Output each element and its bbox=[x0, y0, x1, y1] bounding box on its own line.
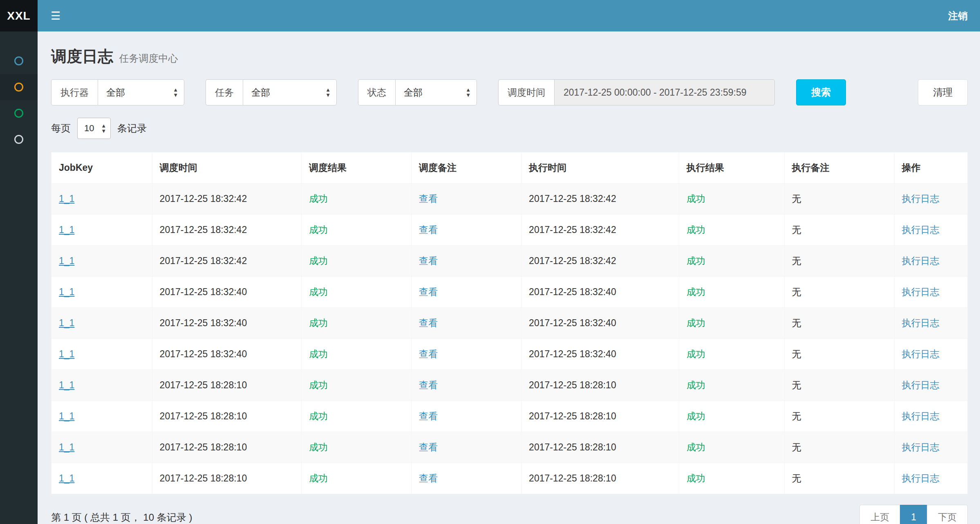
task-select[interactable]: 全部 ▲▼ bbox=[243, 79, 337, 105]
clear-button[interactable]: 清理 bbox=[918, 79, 968, 105]
status-select[interactable]: 全部 ▲▼ bbox=[395, 79, 477, 105]
jobkey-link[interactable]: 1_1 bbox=[59, 224, 74, 235]
prev-page-button[interactable]: 上页 bbox=[859, 505, 900, 524]
col-exec-result[interactable]: 执行结果 bbox=[679, 152, 784, 184]
main-content: 调度日志 任务调度中心 执行器 全部 ▲▼ 任务 全部 ▲▼ 状态 全部 ▲▼ bbox=[38, 31, 980, 524]
sched-remark-link[interactable]: 查看 bbox=[419, 349, 438, 359]
exec-result-text: 成功 bbox=[687, 193, 705, 204]
sched-remark-link[interactable]: 查看 bbox=[419, 255, 438, 266]
exec-log-link[interactable]: 执行日志 bbox=[902, 473, 940, 484]
col-action[interactable]: 操作 bbox=[894, 152, 967, 184]
col-sched-time[interactable]: 调度时间 bbox=[152, 152, 301, 184]
table-row: 1_1 2017-12-25 18:32:42 成功 查看 2017-12-25… bbox=[51, 215, 968, 246]
exec-remark-cell: 无 bbox=[784, 308, 894, 339]
page-size-select[interactable]: 10 ▲▼ bbox=[77, 118, 111, 139]
filter-bar: 执行器 全部 ▲▼ 任务 全部 ▲▼ 状态 全部 ▲▼ 调度时间 2017-12… bbox=[51, 79, 968, 105]
exec-remark-cell: 无 bbox=[784, 277, 894, 308]
sidebar-toggle-icon[interactable]: ☰ bbox=[38, 0, 74, 31]
select-stepper-icon: ▲▼ bbox=[465, 87, 471, 98]
sched-remark-link[interactable]: 查看 bbox=[419, 442, 438, 452]
exec-time-cell: 2017-12-25 18:28:10 bbox=[521, 463, 679, 494]
jobkey-link[interactable]: 1_1 bbox=[59, 287, 74, 297]
sched-result-text: 成功 bbox=[309, 287, 328, 297]
executor-label: 执行器 bbox=[51, 79, 98, 105]
jobkey-link[interactable]: 1_1 bbox=[59, 442, 74, 452]
page-header: 调度日志 任务调度中心 bbox=[51, 46, 968, 67]
log-table-body: 1_1 2017-12-25 18:32:42 成功 查看 2017-12-25… bbox=[51, 184, 968, 494]
select-stepper-icon: ▲▼ bbox=[325, 87, 331, 98]
table-header-row: JobKey 调度时间 调度结果 调度备注 执行时间 执行结果 执行备注 操作 bbox=[51, 152, 968, 184]
col-sched-result[interactable]: 调度结果 bbox=[302, 152, 412, 184]
sched-remark-link[interactable]: 查看 bbox=[419, 224, 438, 235]
jobkey-link[interactable]: 1_1 bbox=[59, 193, 74, 204]
table-row: 1_1 2017-12-25 18:28:10 成功 查看 2017-12-25… bbox=[51, 432, 968, 463]
top-navbar: XXL ☰ 注销 bbox=[0, 0, 980, 31]
jobkey-link[interactable]: 1_1 bbox=[59, 473, 74, 484]
exec-log-link[interactable]: 执行日志 bbox=[902, 255, 940, 266]
exec-log-link[interactable]: 执行日志 bbox=[902, 318, 940, 328]
logout-button[interactable]: 注销 bbox=[936, 0, 980, 31]
jobkey-link[interactable]: 1_1 bbox=[59, 380, 74, 390]
col-jobkey[interactable]: JobKey bbox=[51, 152, 152, 184]
sched-time-cell: 2017-12-25 18:32:42 bbox=[152, 215, 301, 246]
exec-remark-cell: 无 bbox=[784, 370, 894, 401]
exec-log-link[interactable]: 执行日志 bbox=[902, 349, 940, 359]
current-page-button[interactable]: 1 bbox=[900, 505, 927, 524]
sidebar-item-menu-item-2[interactable] bbox=[0, 74, 38, 100]
exec-log-link[interactable]: 执行日志 bbox=[902, 224, 940, 235]
page-subtitle: 任务调度中心 bbox=[119, 53, 178, 64]
exec-log-link[interactable]: 执行日志 bbox=[902, 287, 940, 297]
exec-log-link[interactable]: 执行日志 bbox=[902, 193, 940, 204]
schedule-time-label: 调度时间 bbox=[498, 79, 554, 105]
page-size-value: 10 bbox=[84, 123, 94, 134]
sched-time-cell: 2017-12-25 18:32:42 bbox=[152, 184, 301, 215]
exec-remark-cell: 无 bbox=[784, 463, 894, 494]
sched-result-text: 成功 bbox=[309, 255, 328, 266]
search-button[interactable]: 搜索 bbox=[796, 79, 846, 105]
jobkey-link[interactable]: 1_1 bbox=[59, 255, 74, 266]
exec-time-cell: 2017-12-25 18:28:10 bbox=[521, 370, 679, 401]
sched-time-cell: 2017-12-25 18:28:10 bbox=[152, 463, 301, 494]
exec-remark-cell: 无 bbox=[784, 401, 894, 432]
sched-remark-link[interactable]: 查看 bbox=[419, 380, 438, 390]
sched-remark-link[interactable]: 查看 bbox=[419, 193, 438, 204]
status-select-value: 全部 bbox=[404, 86, 423, 99]
executor-select[interactable]: 全部 ▲▼ bbox=[98, 79, 184, 105]
sidebar-item-menu-item-1[interactable] bbox=[0, 48, 38, 74]
exec-log-link[interactable]: 执行日志 bbox=[902, 442, 940, 452]
exec-time-cell: 2017-12-25 18:28:10 bbox=[521, 432, 679, 463]
jobkey-link[interactable]: 1_1 bbox=[59, 318, 74, 328]
exec-remark-cell: 无 bbox=[784, 246, 894, 277]
log-table: JobKey 调度时间 调度结果 调度备注 执行时间 执行结果 执行备注 操作 … bbox=[51, 152, 968, 494]
sched-remark-link[interactable]: 查看 bbox=[419, 473, 438, 484]
page-size-suffix: 条记录 bbox=[117, 122, 147, 135]
sched-result-text: 成功 bbox=[309, 193, 328, 204]
sidebar-item-menu-item-4[interactable] bbox=[0, 126, 38, 152]
sched-time-cell: 2017-12-25 18:32:40 bbox=[152, 308, 301, 339]
exec-remark-cell: 无 bbox=[784, 184, 894, 215]
sched-remark-link[interactable]: 查看 bbox=[419, 411, 438, 421]
exec-time-cell: 2017-12-25 18:32:40 bbox=[521, 277, 679, 308]
pagination: 上页 1 下页 bbox=[859, 505, 968, 524]
sidebar-item-menu-item-3[interactable] bbox=[0, 100, 38, 126]
exec-time-cell: 2017-12-25 18:32:40 bbox=[521, 339, 679, 370]
app-logo: XXL bbox=[0, 0, 38, 31]
col-exec-remark[interactable]: 执行备注 bbox=[784, 152, 894, 184]
task-filter-group: 任务 全部 ▲▼ bbox=[206, 79, 337, 105]
sched-remark-link[interactable]: 查看 bbox=[419, 287, 438, 297]
table-row: 1_1 2017-12-25 18:32:40 成功 查看 2017-12-25… bbox=[51, 339, 968, 370]
next-page-button[interactable]: 下页 bbox=[927, 505, 968, 524]
sched-result-text: 成功 bbox=[309, 318, 328, 328]
jobkey-link[interactable]: 1_1 bbox=[59, 411, 74, 421]
col-exec-time[interactable]: 执行时间 bbox=[521, 152, 679, 184]
col-sched-remark[interactable]: 调度备注 bbox=[412, 152, 521, 184]
exec-remark-cell: 无 bbox=[784, 215, 894, 246]
sched-result-text: 成功 bbox=[309, 442, 328, 452]
exec-log-link[interactable]: 执行日志 bbox=[902, 411, 940, 421]
exec-log-link[interactable]: 执行日志 bbox=[902, 380, 940, 390]
sched-remark-link[interactable]: 查看 bbox=[419, 318, 438, 328]
schedule-time-input[interactable]: 2017-12-25 00:00:00 - 2017-12-25 23:59:5… bbox=[554, 79, 775, 105]
sched-result-text: 成功 bbox=[309, 349, 328, 359]
exec-result-text: 成功 bbox=[687, 255, 705, 266]
jobkey-link[interactable]: 1_1 bbox=[59, 349, 74, 359]
